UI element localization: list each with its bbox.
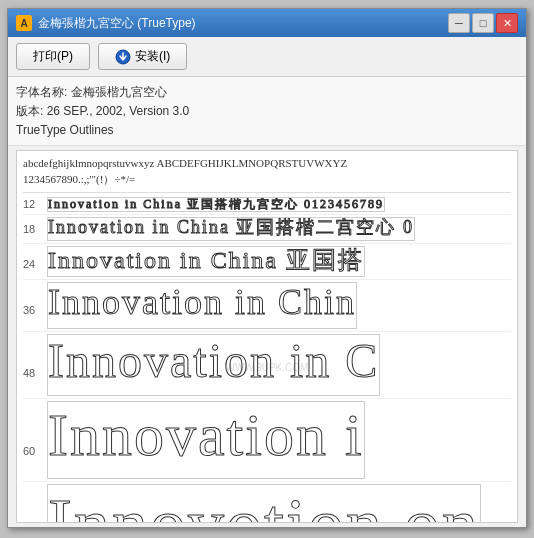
preview-row: 36Innovation in Chin: [23, 282, 511, 332]
minimize-button[interactable]: ─: [448, 13, 470, 33]
preview-text: Innovation in China 亚国搭楷二宫空心 0: [47, 217, 415, 240]
font-version-label: 版本:: [16, 104, 43, 118]
restore-button[interactable]: □: [472, 13, 494, 33]
size-label: 36: [23, 304, 47, 316]
size-label: 60: [23, 445, 47, 457]
preview-text: Innovation in Chin: [47, 282, 357, 329]
preview-text: Innovotion on: [47, 484, 481, 523]
size-label: 12: [23, 198, 47, 210]
font-version-line: 版本: 26 SEP., 2002, Version 3.0: [16, 102, 518, 121]
char-samples: abcdefghijklmnopqrstuvwxyz ABCDEFGHIJKLM…: [23, 155, 511, 193]
preview-text: Innovation in China 亚国搭楷九宫空心 0123456789: [47, 197, 385, 213]
window-title: 金梅張楷九宮空心 (TrueType): [38, 15, 448, 32]
preview-text: Innovation i: [47, 401, 365, 479]
preview-text: Innovation in China 亚国搭: [47, 246, 365, 277]
close-button[interactable]: ✕: [496, 13, 518, 33]
preview-text: Innovation in C: [47, 334, 380, 396]
font-type-line: TrueType Outlines: [16, 121, 518, 140]
print-label: 打印(P): [33, 48, 73, 65]
preview-row: 24Innovation in China 亚国搭: [23, 246, 511, 280]
font-info-section: 字体名称: 金梅張楷九宮空心 版本: 26 SEP., 2002, Versio…: [8, 77, 526, 146]
install-button[interactable]: 安装(I): [98, 43, 187, 70]
font-version-value: 26 SEP., 2002, Version 3.0: [47, 104, 190, 118]
preview-row: 48Innovation in C: [23, 334, 511, 399]
preview-row: Innovotion on: [23, 484, 511, 523]
preview-rows-container: 12Innovation in China 亚国搭楷九宫空心 012345678…: [23, 197, 511, 523]
font-preview-window: A 金梅張楷九宮空心 (TrueType) ─ □ ✕ 打印(P) 安装(I) …: [7, 8, 527, 528]
size-label: 24: [23, 258, 47, 270]
title-bar: A 金梅張楷九宮空心 (TrueType) ─ □ ✕: [8, 9, 526, 37]
size-label: 48: [23, 367, 47, 379]
char-sample-line1: abcdefghijklmnopqrstuvwxyz ABCDEFGHIJKLM…: [23, 155, 511, 172]
font-name-value: 金梅張楷九宮空心: [71, 85, 167, 99]
toolbar: 打印(P) 安装(I): [8, 37, 526, 77]
font-preview-area[interactable]: abcdefghijklmnopqrstuvwxyz ABCDEFGHIJKLM…: [16, 150, 518, 523]
install-icon: [115, 49, 131, 65]
title-controls: ─ □ ✕: [448, 13, 518, 33]
window-icon: A: [16, 15, 32, 31]
print-button[interactable]: 打印(P): [16, 43, 90, 70]
install-label: 安装(I): [135, 48, 170, 65]
preview-row: 18Innovation in China 亚国搭楷二宫空心 0: [23, 217, 511, 243]
font-name-line: 字体名称: 金梅張楷九宮空心: [16, 83, 518, 102]
char-sample-line2: 1234567890.:,;'"(!）÷*/=: [23, 171, 511, 188]
preview-row: 60Innovation i: [23, 401, 511, 482]
font-name-label: 字体名称:: [16, 85, 67, 99]
size-label: 18: [23, 223, 47, 235]
font-type-value: TrueType Outlines: [16, 123, 114, 137]
preview-row: 12Innovation in China 亚国搭楷九宫空心 012345678…: [23, 197, 511, 216]
